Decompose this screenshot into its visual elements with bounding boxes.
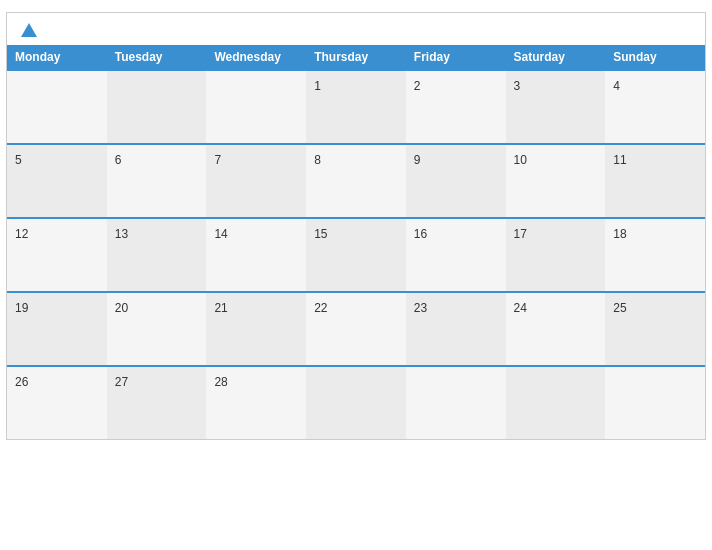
cell-number: 24 xyxy=(514,301,527,315)
calendar-week-3: 12131415161718 xyxy=(7,217,705,291)
cell-number: 28 xyxy=(214,375,227,389)
calendar-cell: 18 xyxy=(605,219,705,291)
cell-number: 4 xyxy=(613,79,620,93)
calendar-container: MondayTuesdayWednesdayThursdayFridaySatu… xyxy=(6,12,706,440)
cell-number: 18 xyxy=(613,227,626,241)
calendar-cell xyxy=(506,367,606,439)
cell-number: 20 xyxy=(115,301,128,315)
day-name-tuesday: Tuesday xyxy=(107,45,207,69)
calendar-cell: 7 xyxy=(206,145,306,217)
calendar-cell: 23 xyxy=(406,293,506,365)
logo-triangle-icon xyxy=(21,23,37,37)
cell-number: 5 xyxy=(15,153,22,167)
cell-number: 14 xyxy=(214,227,227,241)
cell-number: 21 xyxy=(214,301,227,315)
day-name-saturday: Saturday xyxy=(506,45,606,69)
calendar-cell: 12 xyxy=(7,219,107,291)
calendar-cell: 13 xyxy=(107,219,207,291)
day-name-sunday: Sunday xyxy=(605,45,705,69)
calendar-cell: 5 xyxy=(7,145,107,217)
cell-number: 1 xyxy=(314,79,321,93)
cell-number: 2 xyxy=(414,79,421,93)
calendar-cell xyxy=(306,367,406,439)
cell-number: 17 xyxy=(514,227,527,241)
cell-number: 7 xyxy=(214,153,221,167)
calendar-cell: 27 xyxy=(107,367,207,439)
day-name-thursday: Thursday xyxy=(306,45,406,69)
calendar-week-2: 567891011 xyxy=(7,143,705,217)
logo-blue-row xyxy=(21,23,39,37)
calendar-cell: 11 xyxy=(605,145,705,217)
day-name-wednesday: Wednesday xyxy=(206,45,306,69)
cell-number: 26 xyxy=(15,375,28,389)
calendar-grid: 1234567891011121314151617181920212223242… xyxy=(7,69,705,439)
day-name-monday: Monday xyxy=(7,45,107,69)
cell-number: 27 xyxy=(115,375,128,389)
calendar-cell: 21 xyxy=(206,293,306,365)
cell-number: 19 xyxy=(15,301,28,315)
calendar-cell: 1 xyxy=(306,71,406,143)
day-name-friday: Friday xyxy=(406,45,506,69)
calendar-header xyxy=(7,13,705,45)
calendar-cell: 2 xyxy=(406,71,506,143)
calendar-cell: 28 xyxy=(206,367,306,439)
calendar-cell: 3 xyxy=(506,71,606,143)
logo xyxy=(21,23,39,37)
calendar-cell: 9 xyxy=(406,145,506,217)
calendar-cell: 17 xyxy=(506,219,606,291)
cell-number: 13 xyxy=(115,227,128,241)
cell-number: 9 xyxy=(414,153,421,167)
calendar-cell xyxy=(107,71,207,143)
calendar-cell: 6 xyxy=(107,145,207,217)
calendar-week-4: 19202122232425 xyxy=(7,291,705,365)
cell-number: 25 xyxy=(613,301,626,315)
cell-number: 22 xyxy=(314,301,327,315)
calendar-week-5: 262728 xyxy=(7,365,705,439)
calendar-cell xyxy=(406,367,506,439)
calendar-cell: 19 xyxy=(7,293,107,365)
calendar-cell xyxy=(7,71,107,143)
calendar-cell: 15 xyxy=(306,219,406,291)
calendar-cell: 25 xyxy=(605,293,705,365)
cell-number: 10 xyxy=(514,153,527,167)
cell-number: 11 xyxy=(613,153,626,167)
calendar-cell: 24 xyxy=(506,293,606,365)
days-header: MondayTuesdayWednesdayThursdayFridaySatu… xyxy=(7,45,705,69)
calendar-cell: 26 xyxy=(7,367,107,439)
calendar-cell: 22 xyxy=(306,293,406,365)
cell-number: 3 xyxy=(514,79,521,93)
calendar-cell: 10 xyxy=(506,145,606,217)
calendar-week-1: 1234 xyxy=(7,69,705,143)
calendar-cell: 16 xyxy=(406,219,506,291)
cell-number: 15 xyxy=(314,227,327,241)
cell-number: 12 xyxy=(15,227,28,241)
cell-number: 16 xyxy=(414,227,427,241)
cell-number: 23 xyxy=(414,301,427,315)
cell-number: 8 xyxy=(314,153,321,167)
calendar-cell: 4 xyxy=(605,71,705,143)
calendar-cell: 20 xyxy=(107,293,207,365)
calendar-cell: 8 xyxy=(306,145,406,217)
calendar-cell: 14 xyxy=(206,219,306,291)
cell-number: 6 xyxy=(115,153,122,167)
calendar-cell xyxy=(605,367,705,439)
calendar-cell xyxy=(206,71,306,143)
